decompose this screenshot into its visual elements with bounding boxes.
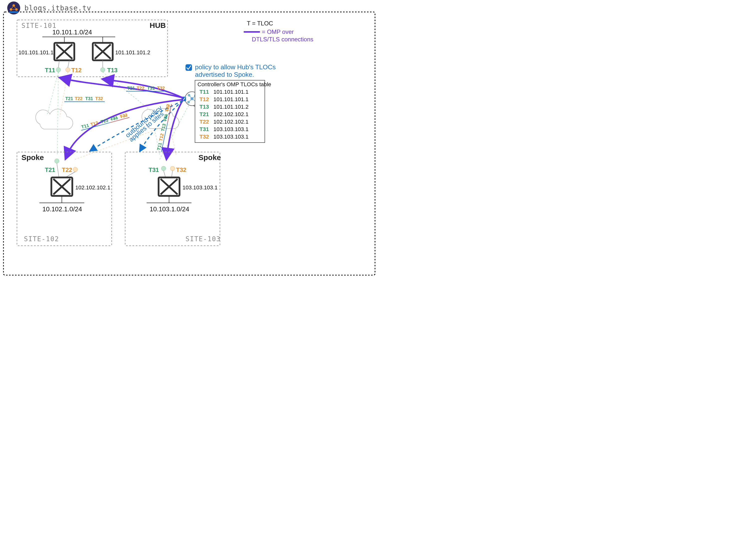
lbl-t13: T13 [107,67,117,74]
svg-text:T31: T31 [147,86,155,91]
svg-text:T21: T21 [199,111,209,117]
diagram-canvas: blogs.itbase.tv T = TLOC = OMP over DTLS… [0,0,378,278]
svg-point-77 [55,159,59,163]
svg-line-14 [47,72,58,114]
policy-line2: advertised to Spoke. [195,71,254,78]
svg-text:T22: T22 [62,167,72,173]
svg-text:10.102.1.0/24: 10.102.1.0/24 [43,205,82,213]
site-102-id: SITE-102 [24,235,59,243]
dot-t11 [56,67,61,72]
svg-line-12 [68,60,69,67]
legend: T = TLOC = OMP over DTLS/TLS connections [244,20,313,42]
svg-text:T32: T32 [95,96,103,101]
svg-text:103.103.103.1: 103.103.103.1 [183,184,218,190]
svg-line-81 [57,163,59,177]
svg-text:T32: T32 [176,167,186,173]
hub-r2-ip: 101.101.101.2 [115,49,150,56]
svg-text:103.103.103.1: 103.103.103.1 [214,126,249,132]
spoke103-router [159,177,179,196]
controller-table: Controller's OMP TLOCs table T11101.101.… [195,80,271,143]
svg-line-93 [164,171,166,177]
site-101-net: 10.101.1.0/24 [52,28,92,36]
hub-router-2 [93,43,113,60]
svg-point-89 [161,166,166,171]
svg-text:T11: T11 [199,89,209,95]
site-103-role: Spoke [198,153,221,162]
svg-text:102.102.102.1: 102.102.102.1 [214,119,249,125]
svg-text:T21: T21 [127,86,135,91]
svg-text:T22: T22 [199,119,209,125]
svg-text:T32: T32 [199,134,209,140]
svg-text:10.103.1.0/24: 10.103.1.0/24 [149,205,189,213]
policy-line1: policy to allow Hub's TLOCs [195,63,276,71]
dot-t13 [101,67,105,72]
site-103-id: SITE-103 [186,235,221,243]
svg-text:102.102.102.1: 102.102.102.1 [75,184,110,190]
cloud-left [36,109,73,129]
hub-router-1 [54,43,74,60]
site-102-role: Spoke [22,153,44,162]
svg-text:T31: T31 [85,96,93,101]
svg-line-11 [58,60,59,67]
hub-r1-ip: 101.101.101.1 [19,49,54,56]
svg-text:101.101.101.1: 101.101.101.1 [214,89,249,95]
site-101-role: HUB [149,21,166,29]
svg-text:T22: T22 [75,96,83,101]
svg-text:102.102.102.1: 102.102.102.1 [214,111,249,117]
svg-text:T12: T12 [199,96,209,102]
svg-point-90 [170,166,175,171]
site-101-id: SITE-101 [22,22,57,29]
svg-text:T31: T31 [149,167,159,173]
logo-badge [7,1,20,14]
edge-labels-spoke102: T11 T12 T13 T31 T32 [80,112,130,130]
svg-line-17 [103,72,155,114]
svg-text:T22: T22 [137,86,144,91]
policy-note: policy to allow Hub's TLOCs advertised t… [186,63,276,78]
table-title: Controller's OMP TLOCs table [197,81,271,87]
svg-text:103.103.103.1: 103.103.103.1 [214,134,249,140]
svg-line-18 [155,129,160,154]
edge-labels-hub1: T21 T22 T31 T32 [64,96,105,102]
svg-point-78 [73,167,78,172]
svg-rect-88 [125,152,220,246]
site-103: Spoke SITE-103 T31 T32 103.103.103.1 10.… [125,152,221,246]
svg-line-19 [170,125,176,154]
svg-rect-4 [9,11,18,13]
svg-text:T21: T21 [65,96,73,101]
svg-text:101.101.101.2: 101.101.101.2 [214,104,249,110]
svg-text:101.101.101.1: 101.101.101.1 [214,96,249,102]
svg-text:T13: T13 [199,104,209,110]
header-blog: blogs.itbase.tv [24,4,91,12]
svg-rect-76 [17,152,112,246]
svg-text:T21: T21 [45,167,55,173]
legend-line2a: = OMP over [262,28,294,35]
legend-line2b: DTLS/TLS connections [252,36,313,42]
lbl-t12: T12 [71,67,82,74]
dot-t12 [65,67,70,72]
svg-line-15 [57,72,58,154]
spoke102-router [51,177,72,196]
svg-text:T32: T32 [157,86,165,91]
svg-line-94 [172,171,172,177]
lbl-t11: T11 [45,67,55,74]
svg-text:T31: T31 [199,126,209,132]
site-102: Spoke SITE-102 T21 T22 102.102.102.1 10.… [17,152,112,246]
legend-line1: T = TLOC [247,20,273,27]
site-101: SITE-101 HUB 10.101.1.0/24 101.101.101.1… [17,20,168,77]
